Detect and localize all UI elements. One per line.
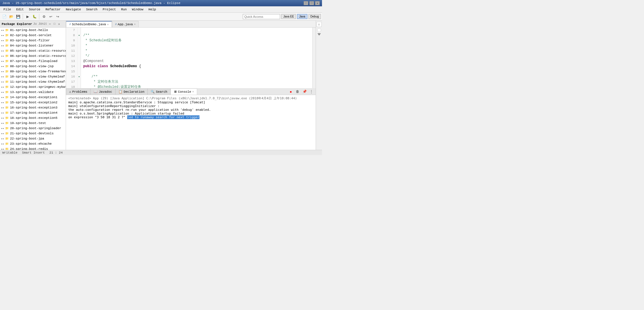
menu-window[interactable]: Window [130, 7, 146, 12]
project-icon: 📁 [5, 33, 9, 38]
bottom-tabs: ⚠ Problems 📖 Javadoc 📋 Declaration 🔍 Sea… [66, 88, 316, 95]
expand-icon: ▸ [1, 122, 5, 125]
tree-item-10[interactable]: ▸ 📁 10-spring-boot-view-thymeleaf [0, 74, 66, 79]
tree-item-02[interactable]: ▸ 📁 02-spring-boot-servlet [0, 33, 66, 38]
code-line-17: 17 * 定时任务方法 [66, 79, 312, 84]
tree-item-09[interactable]: ▸ 📁 09-spring-boot-view-freemarker [0, 69, 66, 74]
maximize-button[interactable]: □ [309, 1, 314, 5]
tab-javadoc[interactable]: 📖 Javadoc [90, 88, 115, 95]
console-pin-btn[interactable]: 📌 [301, 88, 308, 95]
tree-item-16[interactable]: ▸ 📁 16-spring-boot-exception3 [0, 105, 66, 110]
menu-project[interactable]: Project [100, 7, 118, 12]
tree-label: 24-spring-boot-redis [10, 147, 48, 150]
tree-item-07[interactable]: ▸ 📁 07-spring-boot-fileupload [0, 59, 66, 64]
menu-search[interactable]: Search [84, 7, 100, 12]
package-explorer-header: Package Explorer Ju JUnit — □ ✕ [0, 21, 66, 28]
status-bar: Writable Smart Insert 21 : 24 [0, 150, 322, 155]
tree-item-08[interactable]: ▸ 📁 08-spring-boot-view-jsp [0, 64, 66, 69]
menu-edit[interactable]: Edit [14, 7, 26, 12]
tree-item-11[interactable]: ▸ 📁 11-spring-boot-view-thymeleaf-URL [0, 79, 66, 84]
menu-help[interactable]: Help [146, 7, 158, 12]
project-icon: 📁 [5, 100, 9, 105]
toolbar-btn-3[interactable]: ↪ [55, 13, 61, 20]
menu-refactor[interactable]: Refactor [43, 7, 63, 12]
project-icon: 📁 [5, 43, 9, 48]
menu-navigate[interactable]: Navigate [63, 7, 83, 12]
status-insert-mode: Smart Insert [22, 151, 45, 154]
line-marker-16: ◆ [77, 74, 81, 79]
perspective-java[interactable]: Java [297, 14, 307, 19]
tree-item-04[interactable]: ▸ 📁 04-spring-boot-listener [0, 43, 66, 48]
toolbar-btn-1[interactable]: ⚙ [41, 13, 47, 20]
tab-scheduleddemo[interactable]: J ScheduledDemo.java ✕ [66, 21, 112, 27]
tab-problems[interactable]: ⚠ Problems [66, 88, 90, 95]
tree-item-14[interactable]: ▸ 📁 14-spring-boot-exception1 [0, 95, 66, 100]
tree-item-12[interactable]: ▸ 📁 12-spring-boot-springmvc-mybatis [0, 84, 66, 90]
tree-item-01[interactable]: ▸ 📁 01-spring-boot-hello [0, 28, 66, 33]
expand-icon: ▸ [1, 75, 5, 78]
line-content-12: */ [81, 53, 312, 59]
right-btn-1[interactable]: □ [317, 22, 322, 27]
close-button[interactable]: ✕ [315, 1, 320, 5]
tab-declaration[interactable]: 📋 Declaration [115, 88, 148, 95]
line-marker-9 [77, 38, 81, 43]
run-button[interactable]: ▶ [24, 13, 31, 20]
tab-app[interactable]: J App.java ✕ [112, 21, 139, 27]
tab-search[interactable]: 🔍 Search [148, 88, 170, 95]
toolbar-btn-2[interactable]: ↩ [48, 13, 54, 20]
tab-close-app[interactable]: ✕ [134, 23, 135, 26]
package-tree: ▸ 📁 01-spring-boot-hello ▸ 📁 02-spring-b… [0, 28, 66, 150]
tree-item-17[interactable]: ▸ 📁 17-spring-boot-exception4 [0, 110, 66, 115]
close-panel-btn[interactable]: ✕ [57, 22, 61, 26]
console-stop-btn[interactable]: ■ [288, 88, 294, 95]
perspective-debug[interactable]: Debug [309, 14, 321, 19]
line-content-18: * @Scheduled:设置定时任务 [81, 84, 312, 88]
code-editor[interactable]: 7 8 ◆ /** 9 * Scheduled定时任务 [66, 28, 312, 88]
tree-item-19[interactable]: ▸ 📁 19-spring-boot-test [0, 121, 66, 126]
menu-file[interactable]: File [1, 7, 13, 12]
line-marker-8: ◆ [77, 33, 81, 38]
tree-item-06[interactable]: ▸ 📁 06-spring-boot-static-resources2 [0, 53, 66, 59]
tree-item-22[interactable]: ▸ 📁 22-spring-boot-jpa [0, 136, 66, 141]
quick-access-input[interactable] [243, 14, 280, 19]
bottom-panel: ⚠ Problems 📖 Javadoc 📋 Declaration 🔍 Sea… [66, 88, 316, 150]
expand-icon: ▸ [1, 148, 5, 150]
tree-item-03[interactable]: ▸ 📁 03-spring-boot-filter [0, 38, 66, 43]
tab-close-scheduleddemo[interactable]: ✕ [107, 23, 108, 26]
line-content-13: @Component [81, 59, 312, 64]
debug-button[interactable]: 🐛 [31, 13, 38, 20]
tree-item-21[interactable]: ▸ 📁 21-spring-boot-devtools [0, 131, 66, 136]
right-btn-2[interactable] [317, 28, 321, 32]
toolbar: 📄 📂 💾 ▶ 🐛 ⚙ ↩ ↪ Java EE Java Debug [0, 13, 322, 21]
open-button[interactable]: 📂 [8, 13, 14, 20]
project-icon: 📁 [5, 105, 9, 110]
tree-item-13[interactable]: ▸ 📁 13-spring-boot-validate [0, 90, 66, 95]
tree-item-05[interactable]: ▸ 📁 05-spring-boot-static-resources1 [0, 48, 66, 53]
tree-item-18[interactable]: ▸ 📁 18-spring-boot-exception5 [0, 115, 66, 121]
right-btn-3[interactable] [317, 33, 321, 36]
expand-icon: ▸ [1, 127, 5, 130]
project-icon: 📁 [5, 142, 9, 146]
menu-source[interactable]: Source [27, 7, 43, 12]
status-writable: Writable [2, 151, 18, 154]
perspective-javaee[interactable]: Java EE [281, 14, 296, 19]
tree-item-20[interactable]: ▸ 📁 20-spring-boot-springloader [0, 126, 66, 131]
save-button[interactable]: 💾 [15, 13, 21, 20]
expand-icon: ▸ [1, 65, 5, 68]
console-menu-btn[interactable]: ⋮ [308, 88, 315, 95]
new-button[interactable]: 📄 [1, 13, 7, 20]
minimize-button[interactable]: — [304, 1, 308, 5]
menu-run[interactable]: Run [119, 7, 129, 12]
tree-label: 08-spring-boot-view-jsp [10, 65, 54, 68]
editor-scrollbar[interactable] [312, 28, 316, 88]
minimize-panel-btn[interactable]: — [48, 22, 52, 26]
tree-item-15[interactable]: ▸ 📁 15-spring-boot-exception2 [0, 100, 66, 105]
editor-tabs: J ScheduledDemo.java ✕ J App.java ✕ [66, 21, 316, 28]
tree-item-23[interactable]: ▸ 📁 23-spring-boot-ehcache [0, 141, 66, 146]
tree-item-24[interactable]: ▸ 📁 24-spring-boot-redis [0, 146, 66, 150]
tab-close-console[interactable]: ✕ [192, 90, 194, 93]
project-icon: 📁 [5, 49, 9, 53]
console-clear-btn[interactable]: 🗑 [294, 88, 301, 95]
maximize-panel-btn[interactable]: □ [53, 22, 56, 26]
tab-console[interactable]: 🖥 Console ✕ [170, 88, 197, 95]
